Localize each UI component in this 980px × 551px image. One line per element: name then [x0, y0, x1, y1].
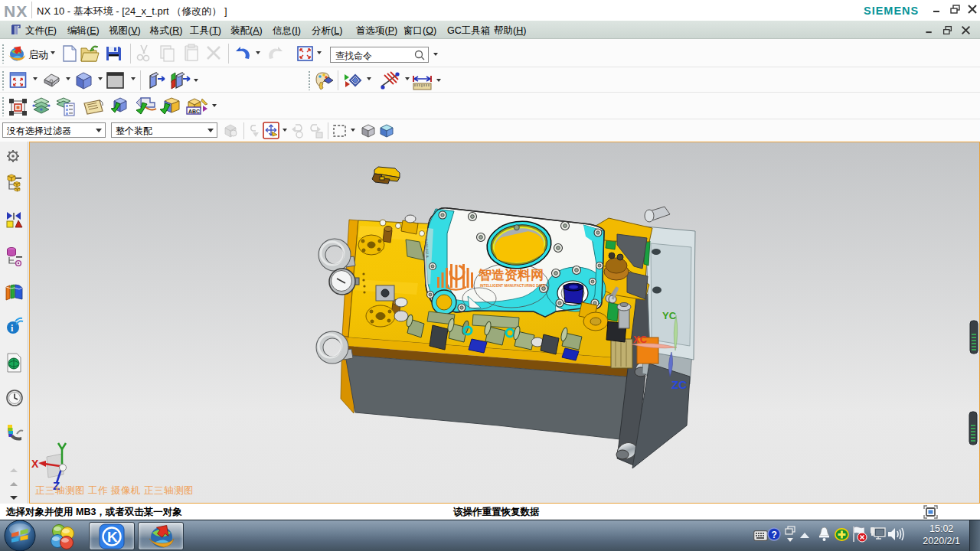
svg-text:?: ?: [772, 530, 777, 540]
svg-text:XC: XC: [633, 334, 648, 345]
svg-text:ABC: ABC: [188, 109, 200, 114]
svg-text:INTELLIGENT MANUFACTURING DATA: INTELLIGENT MANUFACTURING DATA: [480, 284, 546, 288]
svg-text:ZC: ZC: [671, 378, 687, 391]
svg-text:YC: YC: [662, 310, 677, 321]
svg-text:K: K: [107, 529, 118, 545]
svg-text:智造资料网: 智造资料网: [478, 268, 544, 282]
svg-text:X: X: [31, 458, 39, 470]
